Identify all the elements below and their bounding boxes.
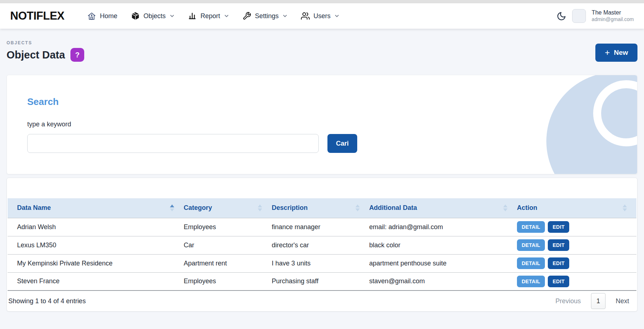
moon-icon[interactable] xyxy=(557,11,566,21)
edit-button[interactable]: EDIT xyxy=(548,276,569,287)
column-header-category[interactable]: Category xyxy=(184,198,272,218)
column-header-data-name[interactable]: Data Name xyxy=(8,198,184,218)
detail-button[interactable]: DETAIL xyxy=(517,257,545,269)
sort-icon xyxy=(623,204,627,211)
cell-category: Employees xyxy=(184,272,272,291)
users-icon xyxy=(301,12,310,20)
magnifier-decoration xyxy=(546,75,637,174)
sort-icon xyxy=(258,204,262,211)
user-email: admin@gmail.com xyxy=(592,16,634,23)
wrench-icon xyxy=(242,12,251,20)
nav-item-label: Report xyxy=(200,12,220,20)
table-card: Data Name Category Description Additiona… xyxy=(7,178,637,312)
nav-item-label: Objects xyxy=(143,12,166,20)
cell-additional-data: apartment penthouse suite xyxy=(369,254,517,272)
pagination-previous[interactable]: Previous xyxy=(555,297,581,305)
cell-description: director's car xyxy=(272,236,369,254)
cell-additional-data: staven@gmail.com xyxy=(369,272,517,291)
search-input[interactable] xyxy=(27,134,319,153)
search-submit-button[interactable]: Cari xyxy=(327,134,357,153)
navbar-right: The Master admin@gmail.com xyxy=(557,9,634,23)
table-row: Lexus LM350 Car director's car black col… xyxy=(8,236,636,254)
cell-data-name: Steven France xyxy=(8,272,184,291)
nav-item-label: Settings xyxy=(255,12,278,20)
cell-category: Car xyxy=(184,236,272,254)
pagination-next[interactable]: Next xyxy=(616,297,629,305)
navbar: NOTIFLEX Home Objects Report xyxy=(0,3,644,29)
sort-icon xyxy=(355,204,360,211)
edit-button[interactable]: EDIT xyxy=(548,221,569,233)
cell-description: I have 3 units xyxy=(272,254,369,272)
breadcrumb: OBJECTS xyxy=(7,40,84,45)
nav-item-label: Users xyxy=(313,12,330,20)
chevron-down-icon xyxy=(283,14,287,18)
main-content: OBJECTS Object Data ? + New Search type … xyxy=(0,40,644,312)
pagination: Previous 1 Next xyxy=(555,293,629,309)
bar-chart-icon xyxy=(188,12,197,20)
nav-menu: Home Objects Report Settings xyxy=(80,8,346,24)
top-strip xyxy=(0,0,644,3)
help-badge[interactable]: ? xyxy=(70,48,84,62)
table-row: Steven France Employees Purchasing staff… xyxy=(8,272,636,291)
pagination-page-1[interactable]: 1 xyxy=(591,293,606,309)
avatar[interactable] xyxy=(572,9,586,23)
sort-icon xyxy=(170,204,174,211)
cell-data-name: Lexus LM350 xyxy=(8,236,184,254)
table-footer: Showing 1 to 4 of 4 entries Previous 1 N… xyxy=(8,291,636,311)
column-header-description[interactable]: Description xyxy=(272,198,369,218)
table-header-row: Data Name Category Description Additiona… xyxy=(8,198,636,218)
edit-button[interactable]: EDIT xyxy=(548,257,569,269)
cell-category: Apartment rent xyxy=(184,254,272,272)
page-title: Object Data xyxy=(7,49,65,61)
table-row: My Kempinski Private Residence Apartment… xyxy=(8,254,636,272)
entries-info: Showing 1 to 4 of 4 entries xyxy=(8,297,86,305)
page-head: OBJECTS Object Data ? + New xyxy=(7,40,637,62)
cell-category: Employees xyxy=(184,218,272,236)
nav-item-objects[interactable]: Objects xyxy=(124,8,181,24)
detail-button[interactable]: DETAIL xyxy=(517,221,545,233)
new-button[interactable]: + New xyxy=(595,44,637,62)
cell-additional-data: email: adrian@gmail.com xyxy=(369,218,517,236)
nav-item-label: Home xyxy=(100,12,117,20)
chevron-down-icon xyxy=(224,14,229,18)
nav-item-users[interactable]: Users xyxy=(294,8,346,24)
column-header-action[interactable]: Action xyxy=(517,198,636,218)
nav-item-settings[interactable]: Settings xyxy=(236,8,294,24)
chevron-down-icon xyxy=(335,14,339,18)
object-data-table: Data Name Category Description Additiona… xyxy=(8,198,636,291)
nav-item-report[interactable]: Report xyxy=(181,8,236,24)
new-button-label: New xyxy=(614,49,628,57)
search-heading: Search xyxy=(27,96,617,107)
chevron-down-icon xyxy=(170,14,174,18)
column-header-additional-data[interactable]: Additional Data xyxy=(369,198,517,218)
home-icon xyxy=(87,12,96,21)
cell-description: finance manager xyxy=(272,218,369,236)
cube-icon xyxy=(131,12,140,20)
search-card: Search type a keyword Cari xyxy=(7,75,637,174)
user-info[interactable]: The Master admin@gmail.com xyxy=(592,9,634,23)
search-label: type a keyword xyxy=(27,121,617,128)
cell-data-name: My Kempinski Private Residence xyxy=(8,254,184,272)
cell-additional-data: black color xyxy=(369,236,517,254)
table-row: Adrian Welsh Employees finance manager e… xyxy=(8,218,636,236)
plus-icon: + xyxy=(605,48,610,58)
sort-icon xyxy=(503,204,508,211)
edit-button[interactable]: EDIT xyxy=(548,239,569,251)
detail-button[interactable]: DETAIL xyxy=(517,239,545,251)
detail-button[interactable]: DETAIL xyxy=(517,276,545,287)
user-name: The Master xyxy=(592,9,634,16)
brand-logo[interactable]: NOTIFLEX xyxy=(10,9,64,23)
cell-data-name: Adrian Welsh xyxy=(8,218,184,236)
cell-description: Purchasing staff xyxy=(272,272,369,291)
nav-item-home[interactable]: Home xyxy=(80,8,124,24)
